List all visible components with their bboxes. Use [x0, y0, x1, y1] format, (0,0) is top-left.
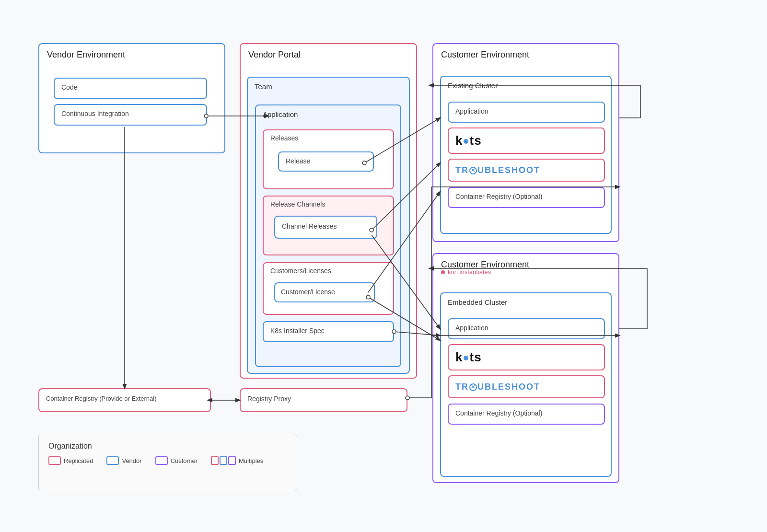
embedded-cluster-label: Embedded Cluster — [448, 298, 507, 306]
container-reg-1: Container Registry (Optional) — [448, 187, 605, 208]
legend-multiples-swatches — [211, 456, 236, 465]
releases-label: Releases — [270, 134, 298, 142]
kots-box-1: kts — [448, 127, 605, 154]
release-channels-label: Release Channels — [270, 200, 325, 208]
vendor-portal-label: Vendor Portal — [248, 50, 301, 60]
legend-title: Organization — [48, 442, 287, 451]
embedded-cluster-box: Embedded Cluster Application kts TR✕UBLE… — [440, 292, 612, 477]
legend-replicated: Replicated — [48, 456, 93, 465]
legend-customer-label: Customer — [171, 457, 198, 464]
troubleshoot-box-2: TR✕UBLESHOOT — [448, 375, 605, 398]
channel-releases-box: Channel Releases — [274, 216, 377, 239]
customers-label: Customers/Licenses — [270, 267, 331, 275]
code-label: Code — [61, 83, 77, 91]
registry-proxy-box: Registry Proxy — [240, 388, 407, 412]
app-label-2: Application — [455, 324, 488, 332]
container-reg-label-2: Container Registry (Optional) — [455, 409, 542, 417]
vendor-env-label: Vendor Environment — [47, 50, 125, 60]
troubleshoot-text-2: TR✕UBLESHOOT — [455, 382, 540, 392]
ci-label: Continuous Integration — [61, 110, 129, 117]
legend-replicated-label: Replicated — [64, 457, 93, 464]
team-label: Team — [255, 82, 272, 91]
customer-env-1-label: Customer Environment — [441, 50, 529, 60]
app-box-2: Application — [448, 318, 605, 339]
kots-logo-2: kts — [455, 350, 482, 365]
troubleshoot-box-1: TR✕UBLESHOOT — [448, 159, 605, 182]
app-box-1: Application — [448, 102, 605, 123]
container-reg-external-box: Container Registry (Provide or External) — [38, 388, 211, 412]
customer-license-box: Customer/License — [274, 282, 375, 302]
legend-customer: Customer — [155, 456, 198, 465]
k8s-spec-label: K8s Installer Spec — [270, 327, 325, 335]
ci-box: Continuous Integration — [54, 104, 207, 126]
application-label: Application — [263, 110, 298, 118]
legend-items: Replicated Vendor Customer Multiples — [48, 456, 287, 465]
release-box: Release — [278, 151, 374, 172]
kots-logo-1: kts — [455, 133, 482, 148]
kurl-label: kurl instantiates — [441, 268, 491, 276]
customers-group: Customers/Licenses Customer/License — [263, 262, 394, 315]
kots-box-2: kts — [448, 344, 605, 370]
legend-box: Organization Replicated Vendor Customer — [38, 434, 297, 491]
troubleshoot-text-1: TR✕UBLESHOOT — [455, 165, 540, 175]
release-label: Release — [286, 157, 310, 165]
container-reg-2: Container Registry (Optional) — [448, 404, 605, 425]
legend-vendor-label: Vendor — [122, 457, 141, 464]
app-label-1: Application — [455, 107, 488, 115]
customer-license-label: Customer/License — [281, 288, 335, 296]
legend-multiples-label: Multiples — [239, 457, 263, 464]
release-channels-group: Release Channels Channel Releases — [263, 196, 394, 255]
container-reg-label-1: Container Registry (Optional) — [455, 193, 542, 200]
k8s-spec-box: K8s Installer Spec — [263, 321, 394, 342]
code-box: Code — [54, 78, 207, 99]
channel-releases-label: Channel Releases — [282, 222, 337, 230]
registry-proxy-label: Registry Proxy — [247, 395, 291, 403]
legend-vendor: Vendor — [106, 456, 141, 465]
releases-group: Releases Release — [263, 129, 394, 189]
existing-cluster-box: Existing Cluster Application kts TR✕UBLE… — [440, 76, 612, 234]
container-reg-external-label: Container Registry (Provide or External) — [46, 395, 156, 402]
vendor-environment-box: Vendor Environment Code Continuous Integ… — [38, 43, 225, 153]
existing-cluster-label: Existing Cluster — [448, 81, 498, 90]
legend-multiples: Multiples — [211, 456, 263, 465]
